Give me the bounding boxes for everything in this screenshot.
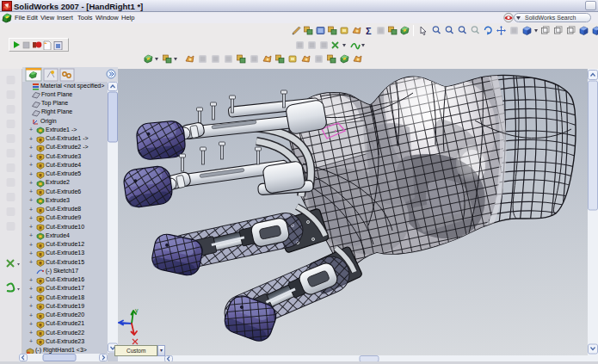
svg-text:y: y xyxy=(135,307,139,314)
